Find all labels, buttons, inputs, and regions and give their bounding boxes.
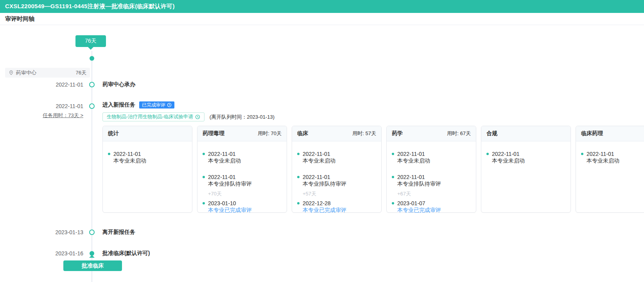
- event-title: 进入新报任务 已完成审评: [102, 101, 174, 108]
- event-marker-open: [89, 230, 95, 235]
- review-completed-badge-label: 已完成审评: [142, 103, 165, 107]
- card-body: 2022-11-01 本专业未启动: [576, 141, 644, 178]
- total-days-bubble: 76天: [75, 35, 106, 47]
- item-status: 本专业未启动: [397, 157, 471, 164]
- bullet-dot-icon: [297, 153, 300, 155]
- card-status-item: 2022-11-01 本专业未启动: [113, 151, 187, 164]
- drug-review-timeline-page: CXSL2200549—GS1191-0445注射液—批准临床(临床默认许可) …: [0, 0, 644, 282]
- event-title-text: 离开新报任务: [102, 229, 135, 236]
- event-title: 离开新报任务: [102, 229, 135, 236]
- location-pin-icon: [9, 70, 14, 75]
- section-title: 审评时间轴: [5, 15, 34, 23]
- card-status-item: 2022-11-01 本专业未启动: [208, 151, 282, 164]
- event-title: 药审中心承办: [102, 81, 135, 88]
- item-date: 2022-12-28: [303, 200, 377, 207]
- card-status-item: 2022-11-01 本专业未启动: [587, 151, 644, 164]
- bullet-dot-icon: [297, 202, 300, 204]
- card-status-item: 2022-11-01 本专业未启动: [492, 151, 566, 164]
- page-title: CXSL2200549—GS1191-0445注射液—批准临床(临床默认许可): [5, 3, 175, 10]
- specialty-card-pharmacy: 药学 用时: 67天 2022-11-01 本专业未启动 2022-11-01 …: [386, 126, 476, 213]
- item-status: 本专业未启动: [303, 157, 377, 164]
- item-extra-days: +67天: [397, 191, 471, 197]
- review-center-row[interactable]: 药审中心 76天: [5, 68, 90, 78]
- bullet-dot-icon: [581, 153, 583, 155]
- item-extra-days: +57天: [303, 191, 377, 197]
- review-completed-badge[interactable]: 已完成审评: [139, 101, 174, 108]
- bullet-dot-icon: [486, 153, 489, 155]
- item-date: 2023-01-07: [397, 200, 471, 207]
- item-date: 2022-11-01: [303, 151, 377, 157]
- event-date: 2023-01-13: [31, 229, 83, 235]
- item-date: 2022-11-01: [303, 174, 377, 181]
- card-title: 临床: [297, 130, 308, 137]
- card-header: 临床 用时: 57天: [292, 126, 381, 141]
- item-status: 本专业排队待审评: [303, 181, 377, 187]
- queue-leave-note: (离开队列时间：2023-01-13): [210, 114, 274, 121]
- review-center-name: 药审中心: [16, 69, 36, 76]
- card-status-item: 2022-12-28 本专业已完成审评: [303, 200, 377, 213]
- item-date: 2023-01-10: [208, 200, 282, 207]
- event-date: 2022-11-01: [31, 81, 83, 88]
- card-body: 2022-11-01 本专业未启动: [481, 141, 570, 178]
- bullet-dot-icon: [392, 176, 394, 178]
- clock-icon: [195, 114, 200, 119]
- timeline-canvas: 76天 药审中心 76天 2022-11-01 药审中心承办 2022-11-0…: [0, 25, 644, 282]
- card-body: 2022-11-01 本专业未启动 2022-11-01 本专业排队待审评 +7…: [197, 141, 287, 227]
- card-status-item: 2022-11-01 本专业排队待审评 +70天: [208, 174, 282, 197]
- approve-pointer-triangle: [89, 255, 95, 258]
- item-status: 本专业排队待审评: [208, 181, 282, 187]
- task-duration-link[interactable]: 任务用时：73天 >: [31, 112, 83, 119]
- event-marker-open: [89, 103, 95, 109]
- card-status-item: 2022-11-01 本专业未启动: [303, 151, 377, 164]
- category-tag[interactable]: 生物制品-治疗用生物制品-临床试验申请: [102, 112, 205, 121]
- card-body: 2022-11-01 本专业未启动: [103, 141, 192, 178]
- item-date: 2022-11-01: [397, 151, 471, 157]
- specialty-card-statistics: 统计 2022-11-01 本专业未启动: [102, 126, 192, 213]
- card-body: 2022-11-01 本专业未启动 2022-11-01 本专业排队待审评 +5…: [292, 141, 381, 227]
- item-extra-days: +70天: [208, 191, 282, 197]
- bullet-dot-icon: [392, 153, 394, 155]
- item-date: 2022-11-01: [113, 151, 187, 157]
- approve-clinical-button[interactable]: 批准临床: [63, 260, 122, 271]
- card-title: 临床药理: [581, 130, 603, 137]
- bullet-dot-icon: [203, 176, 205, 178]
- card-status-item: 2023-01-07 本专业已完成审评: [397, 200, 471, 213]
- bullet-dot-icon: [297, 176, 300, 178]
- bullet-dot-icon: [108, 153, 110, 155]
- item-status-completed-link[interactable]: 本专业已完成审评: [303, 207, 377, 213]
- specialty-card-clinical: 临床 用时: 57天 2022-11-01 本专业未启动 2022-11-01 …: [292, 126, 382, 213]
- card-status-item: 2023-01-10 本专业已完成审评: [208, 200, 282, 213]
- item-date: 2022-11-01: [397, 174, 471, 181]
- item-status: 本专业排队待审评: [397, 181, 471, 187]
- card-duration: 用时: 70天: [258, 130, 282, 137]
- card-header: 药理毒理 用时: 70天: [197, 126, 287, 141]
- event-title: 批准临床(默认许可): [102, 250, 150, 257]
- item-status-completed-link[interactable]: 本专业已完成审评: [397, 207, 471, 213]
- card-title: 合规: [486, 130, 497, 137]
- specialty-cards: 统计 2022-11-01 本专业未启动 药理毒理 用时: 70天: [102, 126, 644, 213]
- card-title: 药学: [392, 130, 403, 137]
- card-duration: 用时: 57天: [352, 130, 376, 137]
- bullet-dot-icon: [203, 202, 205, 204]
- specialty-card-clinical-pharmacology: 临床药理 2022-11-01 本专业未启动: [576, 126, 644, 213]
- event-date: 2022-11-01: [31, 103, 83, 109]
- total-days-label: 76天: [85, 38, 97, 45]
- card-body: 2022-11-01 本专业未启动 2022-11-01 本专业排队待审评 +6…: [387, 141, 476, 227]
- card-header: 统计: [103, 126, 192, 141]
- card-status-item: 2022-11-01 本专业未启动: [397, 151, 471, 164]
- event-marker-open: [89, 82, 95, 87]
- card-header: 合规: [481, 126, 570, 141]
- bullet-dot-icon: [203, 153, 205, 155]
- bullet-dot-icon: [392, 202, 394, 204]
- clock-icon: [167, 103, 172, 107]
- section-header: 审评时间轴: [0, 13, 644, 25]
- card-header: 药学 用时: 67天: [387, 126, 476, 141]
- card-title: 药理毒理: [203, 130, 224, 137]
- item-status: 本专业未启动: [492, 157, 566, 164]
- item-status: 本专业未启动: [208, 157, 282, 164]
- item-date: 2022-11-01: [208, 151, 282, 157]
- event-title-text: 批准临床(默认许可): [102, 250, 150, 257]
- item-status-completed-link[interactable]: 本专业已完成审评: [208, 207, 282, 213]
- card-header: 临床药理: [576, 126, 644, 141]
- item-status: 本专业未启动: [113, 157, 187, 164]
